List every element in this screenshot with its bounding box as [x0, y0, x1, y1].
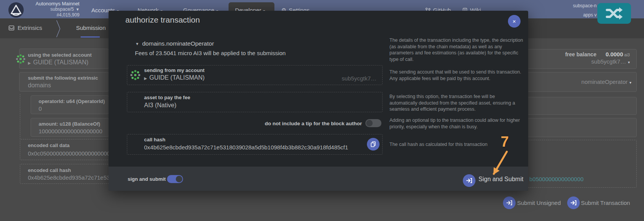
modal-title: authorize transaction — [125, 15, 200, 25]
free-balance-label: free balance — [565, 51, 597, 57]
sign-submit-icon[interactable] — [463, 174, 475, 187]
sending-account-identicon — [130, 69, 141, 81]
call-description: The details of the transaction including… — [389, 37, 523, 62]
modal-footer: sign and submit Sign and Submit — [109, 167, 528, 191]
free-balance-unit: ai3 — [624, 52, 630, 57]
extrinsic-label: submit the following extrinsic — [28, 75, 98, 81]
close-icon[interactable]: × — [508, 15, 521, 28]
extrinsics-icon — [8, 25, 15, 31]
section-title: Extrinsics — [18, 25, 42, 31]
caret-down-icon: ▾ — [629, 80, 631, 85]
encoded-call-hash-value: 0x4b625e8cbded935a72c71e531803 — [28, 174, 109, 181]
free-balance-value: 0.0000 — [605, 51, 623, 57]
network-name: Autonomys Mainnet — [23, 1, 79, 7]
submit-unsigned-button[interactable]: Submit Unsigned — [517, 200, 561, 206]
toggle-knob — [366, 120, 373, 126]
sending-account-value: ▶GUIDE (TALISMAN) — [144, 74, 204, 81]
param-operatorid-label: operatorId: u64 (OperatorId) — [39, 98, 105, 104]
tab-submission[interactable]: Submission — [76, 25, 106, 31]
encoded-call-hash-label: encoded call hash — [28, 167, 71, 173]
fees-note: Fees of 23.5041 micro AI3 will be applie… — [135, 50, 286, 56]
fee-asset-value: AI3 (Native) — [144, 102, 176, 109]
block-number: #4,015,909 — [23, 12, 79, 18]
param-operatorid-value: 0 — [39, 105, 42, 112]
param-connector-line — [20, 94, 20, 139]
fee-asset-description: By selecting this option, the transactio… — [389, 93, 523, 113]
authorize-transaction-modal: authorize transaction × ▼ domains.nomina… — [109, 11, 528, 191]
selected-account-label: using the selected account — [28, 52, 92, 58]
encoded-call-data-label: encoded call data — [28, 142, 70, 148]
copy-button[interactable] — [367, 138, 380, 151]
account-identicon — [15, 54, 26, 64]
sending-account-short: sub5ycgtk7… — [342, 75, 376, 82]
shuffle-icon — [605, 7, 623, 20]
param-amount-value: 10000000000000000000 — [39, 128, 102, 134]
expand-down-icon[interactable]: ▼ — [135, 42, 139, 46]
submit-transaction-icon[interactable] — [567, 196, 580, 209]
apps-version: apps v — [533, 13, 597, 18]
encoded-call-data-value: 0x0c050000000000000000000000001063 — [28, 150, 109, 157]
chain-selector[interactable]: subspace/5▼ — [23, 7, 79, 12]
annotation-arrow-icon — [485, 133, 520, 180]
breadcrumb-divider — [56, 20, 61, 38]
sign-submit-toggle-label: sign and submit — [128, 176, 166, 182]
toggle-knob — [176, 176, 182, 182]
encoded-call-hash-box — [20, 164, 109, 184]
tip-toggle[interactable] — [365, 119, 381, 127]
call-hash-value: 0x4b625e8cbded935a72c71e5318039028a5d5b1… — [144, 144, 348, 151]
submit-unsigned-icon[interactable] — [503, 196, 516, 209]
autonomys-logo-icon[interactable] — [8, 2, 24, 20]
tip-toggle-label: do not include a tip for the block autho… — [265, 121, 362, 126]
theme-shuffle-icon[interactable] — [597, 3, 631, 24]
copy-icon — [371, 141, 376, 147]
app-screen: Autonomys Mainnet subspace/5▼ #4,015,909… — [0, 0, 644, 221]
encoded-hex-fragment: b0500000000000000 — [529, 176, 584, 182]
version-info: subspace-n apps v — [533, 3, 597, 18]
expand-right-icon: ▶ — [28, 61, 31, 65]
endpoint-name: subspace-n — [533, 3, 597, 8]
sign-submit-toggle[interactable] — [167, 175, 183, 183]
sending-description: The sending account that will be used to… — [389, 69, 523, 82]
call-hash-label: call hash — [144, 137, 165, 142]
submit-transaction-button[interactable]: Submit Transaction — [581, 200, 630, 206]
method-value[interactable]: nominateOperator▾ — [566, 79, 631, 85]
account-short-dropdown[interactable]: sub5ycgtk7…▾ — [569, 58, 630, 65]
chain-info: Autonomys Mainnet subspace/5▼ #4,015,909 — [23, 1, 79, 18]
extrinsic-section-value: domains — [28, 82, 51, 89]
sending-account-label: sending from my account — [144, 67, 204, 73]
caret-down-icon: ▾ — [628, 60, 630, 64]
selected-account-value: ▶GUIDE (TALISMAN) — [28, 59, 88, 66]
tip-description: Adding an optional tip to the transactio… — [389, 117, 523, 130]
caret-down-icon: ▼ — [76, 7, 79, 11]
fee-asset-label: asset to pay the fee — [144, 95, 190, 100]
call-method[interactable]: domains.nominateOperator — [142, 40, 214, 47]
param-amount-label: amount: u128 (BalanceOf) — [39, 121, 100, 127]
active-tab-underline — [81, 36, 100, 38]
expand-right-icon: ▶ — [144, 76, 147, 80]
